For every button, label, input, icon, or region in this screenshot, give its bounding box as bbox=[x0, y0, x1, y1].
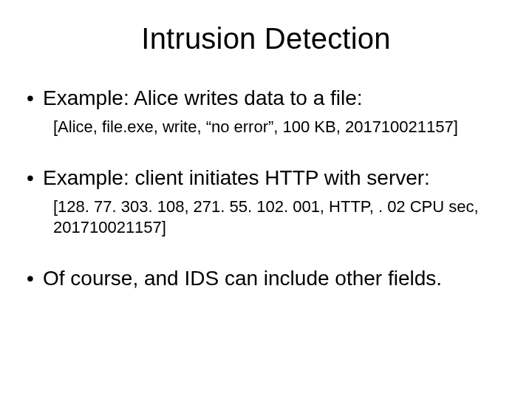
bullet-list: Of course, and IDS can include other fie… bbox=[22, 265, 510, 291]
bullet-list: Example: client initiates HTTP with serv… bbox=[22, 165, 510, 191]
bullet-item: Example: client initiates HTTP with serv… bbox=[22, 165, 510, 191]
bullet-text: Example: client initiates HTTP with serv… bbox=[43, 166, 430, 189]
bullet-sub: [Alice, file.exe, write, “no error”, 100… bbox=[22, 117, 510, 138]
bullet-sub: [128. 77. 303. 108, 271. 55. 102. 001, H… bbox=[22, 197, 510, 239]
slide-title: Intrusion Detection bbox=[22, 22, 510, 55]
bullet-text: Example: Alice writes data to a file: bbox=[43, 86, 363, 109]
bullet-item: Example: Alice writes data to a file: bbox=[22, 85, 510, 111]
slide: Intrusion Detection Example: Alice write… bbox=[0, 0, 532, 399]
bullet-item: Of course, and IDS can include other fie… bbox=[22, 265, 510, 291]
bullet-list: Example: Alice writes data to a file: bbox=[22, 85, 510, 111]
bullet-text: Of course, and IDS can include other fie… bbox=[43, 267, 442, 290]
